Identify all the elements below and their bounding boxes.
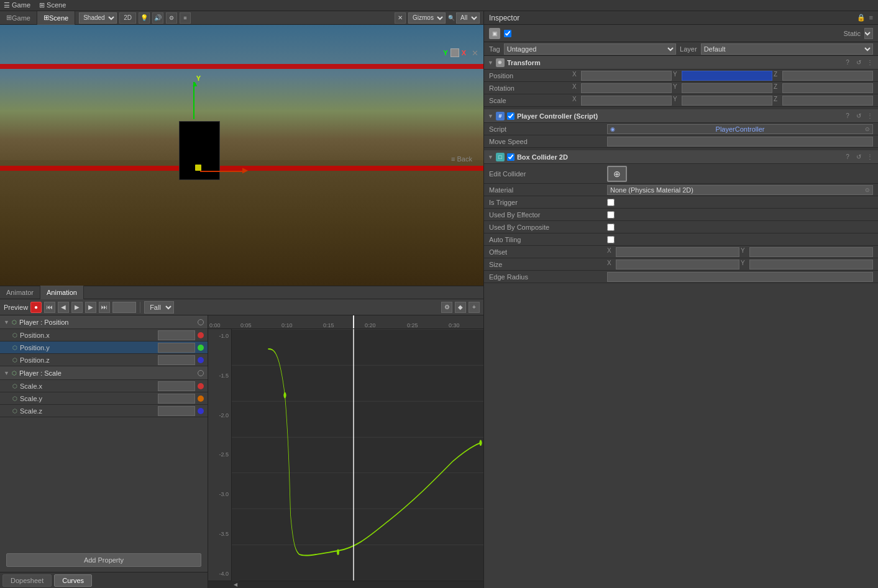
scroll-left-arrow[interactable]: ◀ bbox=[232, 581, 239, 588]
box-collider-header[interactable]: ▼ □ Box Collider 2D ? ↺ ⋮ bbox=[484, 150, 878, 164]
scale-z-value[interactable]: 0.3 bbox=[158, 406, 195, 416]
is-trigger-checkbox[interactable] bbox=[607, 199, 615, 206]
tab-animation[interactable]: Animation bbox=[40, 286, 84, 299]
transform-menu-btn[interactable]: ⋮ bbox=[866, 58, 874, 67]
audio-btn[interactable]: 🔊 bbox=[152, 12, 163, 24]
script-ref[interactable]: ◉ PlayerController ⊙ bbox=[607, 124, 873, 134]
timeline-scrollbar[interactable] bbox=[208, 581, 483, 588]
pos-z-input[interactable]: 0 bbox=[782, 71, 873, 81]
inspector-lock-icon[interactable]: 🔒 bbox=[857, 14, 866, 22]
pc-checkbox[interactable] bbox=[507, 112, 514, 120]
search-all-dropdown[interactable]: All bbox=[456, 12, 480, 24]
anim-content-area: ▼ ⬡ Player : Position ⬡ Position.x 0 bbox=[0, 315, 483, 588]
scale-z-dot bbox=[198, 408, 204, 414]
next-key-btn[interactable]: ▶ bbox=[85, 302, 96, 313]
material-value-field[interactable]: None (Physics Material 2D) ⊙ bbox=[607, 185, 873, 195]
main-area: ⊞ Game ⊞ Scene Shaded 2D 💡 🔊 ⚙ ≡ bbox=[0, 11, 878, 588]
anim-add-key-btn[interactable]: + bbox=[469, 302, 480, 313]
pc-name: Player Controller (Script) bbox=[517, 112, 841, 120]
scene-ctrl2[interactable]: ≡ bbox=[180, 12, 191, 24]
bc-reset-btn[interactable]: ↺ bbox=[854, 153, 863, 161]
edge-radius-row: Edge Radius 0 bbox=[484, 271, 878, 283]
hand-tool[interactable]: ✕ bbox=[395, 12, 406, 24]
back-button[interactable]: ≡ Back bbox=[451, 155, 472, 163]
tab-dopesheet[interactable]: Dopesheet bbox=[2, 574, 52, 587]
position-y-dot bbox=[198, 345, 204, 351]
edit-collider-btn[interactable]: ⊕ bbox=[607, 166, 627, 182]
go-name-input[interactable]: Player bbox=[515, 27, 839, 40]
tab-curves[interactable]: Curves bbox=[54, 574, 92, 587]
tab-scene[interactable]: ⊞ Scene bbox=[37, 11, 75, 25]
pos-x-input[interactable]: 0 bbox=[581, 71, 672, 81]
scale-y-row: ⬡ Scale.y 0.4584 bbox=[0, 392, 208, 405]
go-checkbox[interactable] bbox=[504, 30, 511, 37]
sc-x-input[interactable]: 0.3944001 bbox=[581, 96, 672, 106]
scale-section-header[interactable]: ▼ ⬡ Player : Scale bbox=[0, 366, 208, 380]
prev-key-btn[interactable]: ◀ bbox=[58, 302, 69, 313]
scale-x-value[interactable]: 0.3944 bbox=[158, 381, 195, 391]
transform-reset-btn[interactable]: ↺ bbox=[854, 58, 863, 67]
pc-help-btn[interactable]: ? bbox=[843, 112, 852, 120]
move-speed-label: Move Speed bbox=[489, 138, 607, 145]
sc-z-input[interactable]: 0.3 bbox=[782, 96, 873, 106]
light-btn[interactable]: 💡 bbox=[139, 12, 150, 24]
record-button[interactable]: ● bbox=[30, 302, 42, 313]
menu-game[interactable]: ☰ Game bbox=[4, 1, 30, 9]
sc-y-input[interactable]: 0.4584 bbox=[682, 96, 772, 106]
tab-animator[interactable]: Animator bbox=[0, 286, 40, 299]
transform-help-btn[interactable]: ? bbox=[843, 58, 852, 67]
gizmos-dropdown[interactable]: Gizmos bbox=[408, 12, 446, 24]
shaded-dropdown[interactable]: Shaded bbox=[79, 12, 117, 24]
position-x-value[interactable]: 0 bbox=[158, 330, 195, 340]
pos-y-input[interactable]: -1.324348 bbox=[682, 71, 772, 81]
menu-scene[interactable]: ⊞ Scene bbox=[39, 1, 66, 9]
skip-back-btn[interactable]: ⏮ bbox=[44, 302, 55, 313]
layer-dropdown[interactable]: Default bbox=[701, 43, 873, 55]
skip-fwd-btn[interactable]: ⏭ bbox=[99, 302, 110, 313]
left-panel: ⊞ Game ⊞ Scene Shaded 2D 💡 🔊 ⚙ ≡ bbox=[0, 11, 484, 588]
pc-reset-btn[interactable]: ↺ bbox=[854, 112, 863, 120]
transform-header[interactable]: ▼ ⊕ Transform ? ↺ ⋮ bbox=[484, 56, 878, 70]
anim-settings-btn[interactable]: ⚙ bbox=[441, 302, 452, 313]
used-by-composite-checkbox[interactable] bbox=[607, 224, 615, 231]
play-btn[interactable]: ▶ bbox=[71, 302, 83, 313]
position-y-value[interactable]: -1.3243 bbox=[158, 343, 195, 353]
scale-y-value[interactable]: 0.4584 bbox=[158, 394, 195, 404]
player-controller-header[interactable]: ▼ # Player Controller (Script) ? ↺ ⋮ bbox=[484, 109, 878, 123]
add-property-button[interactable]: Add Property bbox=[6, 553, 201, 567]
clip-select[interactable]: Fall bbox=[144, 301, 174, 314]
tag-dropdown[interactable]: Untagged bbox=[504, 43, 676, 55]
rot-z-input[interactable]: 0 bbox=[782, 83, 873, 93]
rot-x-input[interactable]: 0 bbox=[581, 83, 672, 93]
used-by-effector-checkbox[interactable] bbox=[607, 211, 615, 219]
off-y-input[interactable]: 0 bbox=[749, 247, 873, 257]
position-y-row[interactable]: ⬡ Position.y -1.3243 bbox=[0, 341, 208, 354]
scene-ctrl1[interactable]: ⚙ bbox=[166, 12, 177, 24]
anim-keyframe-btn[interactable]: ◆ bbox=[455, 302, 466, 313]
2d-toggle[interactable]: 2D bbox=[119, 12, 136, 24]
sz-y-input[interactable]: 1 bbox=[749, 260, 873, 269]
inspector-scroll: ▣ Player Static ▼ Tag Untagged Layer Def… bbox=[484, 25, 878, 588]
scale-section-label: Player : Scale bbox=[19, 369, 62, 377]
inspector-menu-icon[interactable]: ≡ bbox=[869, 14, 873, 22]
rot-y-input[interactable]: 0 bbox=[682, 83, 772, 93]
inspector-panel: Inspector 🔒 ≡ ▣ Player Static ▼ bbox=[484, 11, 878, 588]
auto-tiling-checkbox[interactable] bbox=[607, 236, 615, 243]
sz-x-input[interactable]: 1 bbox=[616, 260, 739, 269]
bc-menu-btn[interactable]: ⋮ bbox=[866, 153, 874, 161]
position-z-value[interactable]: 0 bbox=[158, 355, 195, 365]
move-speed-input[interactable]: 5 bbox=[607, 137, 873, 147]
edge-radius-input[interactable]: 0 bbox=[607, 272, 873, 282]
pc-menu-btn[interactable]: ⋮ bbox=[866, 112, 874, 120]
tab-game[interactable]: ⊞ Game bbox=[0, 11, 37, 25]
close-gizmo-btn[interactable]: ✕ bbox=[472, 48, 478, 58]
svg-point-8 bbox=[284, 392, 286, 398]
frame-input[interactable]: 18 bbox=[112, 302, 136, 313]
rot-y-label: Y bbox=[673, 83, 680, 93]
off-x-input[interactable]: 0 bbox=[616, 247, 739, 257]
go-static-dropdown[interactable]: ▼ bbox=[864, 28, 873, 39]
material-row: Material None (Physics Material 2D) ⊙ bbox=[484, 184, 878, 196]
position-section-header[interactable]: ▼ ⬡ Player : Position bbox=[0, 315, 208, 329]
bc-help-btn[interactable]: ? bbox=[843, 153, 852, 161]
bc-checkbox[interactable] bbox=[507, 153, 514, 161]
